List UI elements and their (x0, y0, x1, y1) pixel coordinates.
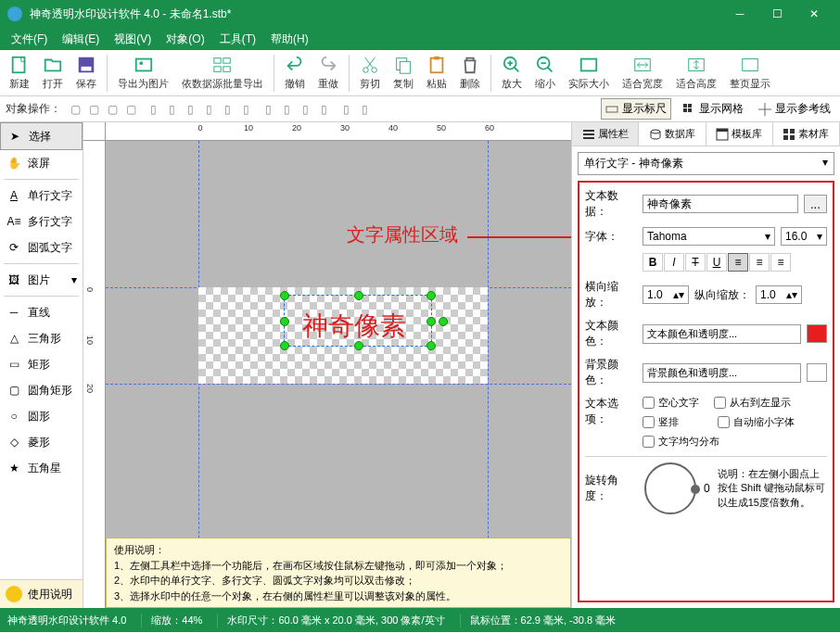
resize-handle[interactable] (426, 291, 436, 300)
layer-down-icon[interactable]: ▢ (85, 101, 102, 118)
guide-line[interactable] (106, 384, 571, 385)
align-left-icon[interactable]: ▯ (145, 101, 161, 118)
menu-edit[interactable]: 编辑(E) (55, 30, 107, 49)
align-bottom-icon[interactable]: ▯ (237, 101, 254, 118)
autoshrink-check[interactable]: 自动缩小字体 (718, 415, 795, 429)
same-height-icon[interactable]: ▯ (315, 101, 332, 118)
paste-button[interactable]: 粘贴 (421, 53, 452, 93)
single-text-tool[interactable]: A单行文字 (0, 183, 83, 209)
cut-button[interactable]: 剪切 (354, 53, 386, 93)
hscale-input[interactable]: 1.0▴▾ (643, 285, 689, 304)
vscale-input[interactable]: 1.0▴▾ (756, 285, 802, 304)
rtl-check[interactable]: 从右到左显示 (714, 396, 791, 410)
line-tool[interactable]: ─直线 (0, 299, 83, 325)
copy-button[interactable]: 复制 (388, 53, 419, 93)
select-tool[interactable]: ➤选择 (0, 122, 83, 150)
ungroup-icon[interactable]: ▯ (356, 101, 373, 118)
rotate-handle[interactable] (439, 317, 448, 326)
show-guides-toggle[interactable]: 显示参考线 (755, 99, 834, 119)
text-data-input[interactable] (643, 195, 798, 213)
export-image-button[interactable]: 导出为图片 (112, 53, 174, 93)
align-right-icon[interactable]: ▯ (182, 101, 198, 118)
group-icon[interactable]: ▯ (337, 101, 354, 118)
font-size-input[interactable]: 16.0▾ (781, 227, 827, 246)
open-button[interactable]: 打开 (37, 53, 69, 93)
object-selector[interactable]: 单行文字 - 神奇像素▾ (578, 152, 834, 175)
align-top-icon[interactable]: ▯ (200, 101, 217, 118)
resize-handle[interactable] (280, 341, 289, 350)
menu-view[interactable]: 视图(V) (107, 30, 159, 49)
resize-handle[interactable] (280, 317, 289, 326)
underline-button[interactable]: U (706, 253, 727, 272)
textcolor-swatch[interactable] (807, 324, 827, 343)
maximize-button[interactable]: ☐ (758, 0, 795, 28)
triangle-tool[interactable]: △三角形 (0, 325, 83, 351)
distribute-h-icon[interactable]: ▯ (260, 101, 276, 118)
new-button[interactable]: 新建 (4, 53, 35, 93)
pan-tool[interactable]: ✋滚屏 (0, 150, 83, 176)
fit-height-button[interactable]: 适合高度 (670, 53, 722, 93)
fit-page-button[interactable]: 整页显示 (724, 53, 776, 93)
undo-button[interactable]: 撤销 (279, 53, 311, 93)
resize-handle[interactable] (354, 341, 363, 350)
redo-button[interactable]: 重做 (312, 53, 344, 93)
align-middle-icon[interactable]: ▯ (219, 101, 235, 118)
delete-button[interactable]: 删除 (454, 53, 486, 93)
show-grid-toggle[interactable]: 显示网格 (679, 99, 747, 119)
resize-handle[interactable] (426, 317, 436, 326)
fit-width-button[interactable]: 适合宽度 (617, 53, 668, 93)
batch-export-button[interactable]: 依数据源批量导出 (176, 53, 269, 93)
tab-database[interactable]: 数据库 (639, 122, 706, 146)
bgcolor-button[interactable]: 背景颜色和透明度... (643, 363, 801, 383)
menu-tools[interactable]: 工具(T) (212, 30, 263, 49)
image-tool[interactable]: 🖼图片▾ (0, 267, 83, 293)
distribute-v-icon[interactable]: ▯ (278, 101, 295, 118)
vertical-check[interactable]: 竖排 (643, 415, 679, 429)
hollow-text-check[interactable]: 空心文字 (643, 396, 699, 410)
selection-box[interactable] (284, 295, 432, 347)
diamond-tool[interactable]: ◇菱形 (0, 429, 83, 455)
align-center-icon[interactable]: ▯ (163, 101, 180, 118)
rect-tool[interactable]: ▭矩形 (0, 351, 83, 377)
menu-file[interactable]: 文件(F) (4, 30, 55, 49)
textcolor-button[interactable]: 文本颜色和透明度... (643, 324, 801, 344)
same-width-icon[interactable]: ▯ (297, 101, 313, 118)
star-tool[interactable]: ★五角星 (0, 455, 83, 481)
arc-text-tool[interactable]: ⟳圆弧文字 (0, 234, 83, 260)
roundrect-tool[interactable]: ▢圆角矩形 (0, 377, 83, 403)
show-ruler-toggle[interactable]: 显示标尺 (601, 98, 671, 120)
tab-assets[interactable]: 素材库 (773, 122, 840, 146)
justify-check[interactable]: 文字均匀分布 (643, 435, 719, 449)
layer-bottom-icon[interactable]: ▢ (122, 101, 139, 118)
text-data-browse[interactable]: ... (804, 195, 827, 213)
layer-top-icon[interactable]: ▢ (104, 101, 121, 118)
align-right-button[interactable]: ≡ (770, 253, 791, 272)
help-button[interactable]: 使用说明 (0, 579, 83, 608)
font-select[interactable]: Tahoma▾ (643, 227, 775, 246)
actual-size-button[interactable]: 实际大小 (563, 53, 615, 93)
save-button[interactable]: 保存 (70, 53, 102, 93)
italic-button[interactable]: I (664, 253, 684, 272)
rotation-wheel[interactable] (644, 462, 696, 514)
minimize-button[interactable]: ─ (721, 0, 758, 28)
align-left-button[interactable]: ≡ (728, 253, 748, 272)
layer-up-icon[interactable]: ▢ (67, 101, 83, 118)
resize-handle[interactable] (426, 341, 436, 350)
strike-button[interactable]: T (685, 253, 706, 272)
tab-templates[interactable]: 模板库 (706, 122, 773, 146)
bold-button[interactable]: B (643, 253, 663, 272)
circle-tool[interactable]: ○圆形 (0, 403, 83, 429)
close-button[interactable]: ✕ (795, 0, 833, 28)
align-center-button[interactable]: ≡ (749, 253, 770, 272)
resize-handle[interactable] (280, 291, 289, 300)
tab-properties[interactable]: 属性栏 (572, 122, 639, 146)
copy-icon (393, 55, 414, 75)
menu-object[interactable]: 对象(O) (159, 30, 211, 49)
zoom-in-button[interactable]: 放大 (496, 53, 528, 93)
menu-help[interactable]: 帮助(H) (263, 30, 316, 49)
canvas-area[interactable]: 0 10 20 30 40 50 60 0 10 20 神奇像素 (83, 122, 571, 608)
bgcolor-swatch[interactable] (807, 363, 827, 382)
multi-text-tool[interactable]: A≡多行文字 (0, 209, 83, 234)
zoom-out-button[interactable]: 缩小 (529, 53, 561, 93)
resize-handle[interactable] (354, 291, 363, 300)
